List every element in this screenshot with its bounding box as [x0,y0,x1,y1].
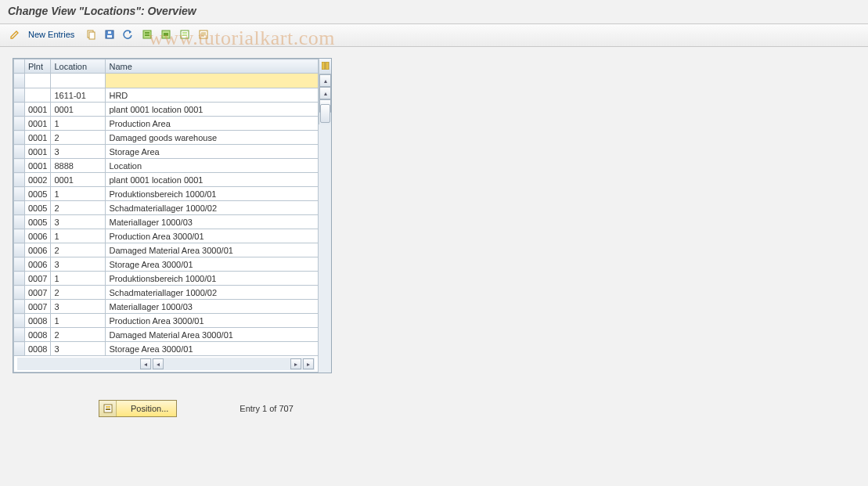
table-row[interactable]: 00062Damaged Material Area 3000/01 [14,243,319,257]
cell-location[interactable]: 3 [51,257,106,272]
cell-location[interactable]: 2 [51,201,106,215]
cell-location[interactable]: 2 [51,131,106,145]
table-row[interactable]: 00083Storage Area 3000/01 [14,342,319,356]
scroll-left-icon[interactable]: ◂ [153,358,164,369]
cell-location[interactable]: 1611-01 [51,88,106,103]
cell-location[interactable]: 8888 [51,159,106,173]
table-row[interactable]: 00073Materiallager 1000/03 [14,300,319,314]
cell-location[interactable]: 0001 [51,103,106,117]
column-header-name[interactable]: Name [106,59,319,74]
input-plnt[interactable] [25,74,51,88]
cell-name[interactable]: Production Area 3000/01 [106,314,319,328]
scroll-up-icon[interactable]: ▴ [319,74,331,87]
cell-plnt[interactable]: 0005 [25,215,51,229]
row-selector[interactable] [14,229,25,243]
scroll-thumb[interactable] [320,104,330,123]
table-row[interactable]: 00081Production Area 3000/01 [14,314,319,328]
table-row[interactable]: 00020001plant 0001 location 0001 [14,173,319,187]
cell-name[interactable]: Storage Area 3000/01 [106,342,319,356]
configure-columns-icon[interactable] [322,62,330,71]
change-icon[interactable] [8,27,22,41]
horizontal-scrollbar[interactable]: ◂ ◂ ▸ ▸ [17,358,315,370]
cell-name[interactable]: plant 0001 location 0001 [106,173,319,187]
cell-plnt[interactable]: 0002 [25,173,51,187]
row-selector[interactable] [14,272,25,286]
select-all-icon[interactable] [140,27,154,41]
cell-location[interactable]: 3 [51,342,106,356]
cell-plnt[interactable]: 0001 [25,145,51,159]
print-icon[interactable] [196,27,211,41]
row-selector[interactable] [14,117,25,131]
row-selector[interactable] [14,342,25,356]
cell-plnt[interactable]: 0008 [25,328,51,342]
cell-location[interactable]: 1 [51,229,106,243]
cell-name[interactable]: HRD [106,88,319,103]
row-selector[interactable] [14,88,25,103]
cell-plnt[interactable]: 0007 [25,286,51,300]
row-selector[interactable] [14,286,25,300]
cell-location[interactable]: 2 [51,328,106,342]
cell-plnt[interactable]: 0007 [25,300,51,314]
cell-name[interactable]: Produktionsbereich 1000/01 [106,187,319,201]
row-selector[interactable] [14,145,25,159]
cell-plnt[interactable] [25,88,51,103]
cell-name[interactable]: Damaged goods warehouse [106,131,319,145]
cell-plnt[interactable]: 0008 [25,314,51,328]
cell-name[interactable]: Storage Area 3000/01 [106,257,319,272]
row-selector[interactable] [14,300,25,314]
row-selector[interactable] [14,215,25,229]
table-row[interactable]: 00013Storage Area [14,145,319,159]
cell-plnt[interactable]: 0006 [25,243,51,257]
table-row[interactable]: 00051Produktionsbereich 1000/01 [14,187,319,201]
cell-location[interactable]: 1 [51,314,106,328]
cell-name[interactable]: Materiallager 1000/03 [106,215,319,229]
row-selector[interactable] [14,314,25,328]
cell-name[interactable]: Storage Area [106,145,319,159]
cell-plnt[interactable]: 0007 [25,272,51,286]
cell-plnt[interactable]: 0005 [25,187,51,201]
cell-name[interactable]: Schadmateriallager 1000/02 [106,286,319,300]
scroll-right-icon[interactable]: ▸ [290,358,301,369]
scroll-last-icon[interactable]: ▸ [303,358,314,369]
column-header-location[interactable]: Location [51,59,106,74]
cell-plnt[interactable]: 0005 [25,201,51,215]
row-selector[interactable] [14,201,25,215]
table-row[interactable]: 00010001plant 0001 location 0001 [14,103,319,117]
cell-plnt[interactable]: 0001 [25,159,51,173]
table-row[interactable]: 00053Materiallager 1000/03 [14,215,319,229]
scroll-show-up-icon[interactable]: ▴ [319,87,331,99]
cell-plnt[interactable]: 0001 [25,117,51,131]
cell-plnt[interactable]: 0008 [25,342,51,356]
cell-name[interactable]: plant 0001 location 0001 [106,103,319,117]
row-selector[interactable] [14,243,25,257]
cell-name[interactable]: Damaged Material Area 3000/01 [106,243,319,257]
cell-location[interactable]: 1 [51,117,106,131]
cell-plnt[interactable]: 0006 [25,257,51,272]
cell-name[interactable]: Damaged Material Area 3000/01 [106,328,319,342]
cell-location[interactable]: 0001 [51,173,106,187]
cell-name[interactable]: Production Area 3000/01 [106,229,319,243]
table-row[interactable]: 00018888Location [14,159,319,173]
undo-icon[interactable] [121,27,135,41]
cell-location[interactable]: 3 [51,300,106,314]
table-row[interactable]: 00072Schadmateriallager 1000/02 [14,286,319,300]
cell-name[interactable]: Produktionsbereich 1000/01 [106,272,319,286]
row-selector[interactable] [14,173,25,187]
cell-plnt[interactable]: 0001 [25,103,51,117]
row-selector[interactable] [14,159,25,173]
cell-name[interactable]: Location [106,159,319,173]
cell-location[interactable]: 2 [51,286,106,300]
table-row[interactable]: 00061Production Area 3000/01 [14,229,319,243]
input-name[interactable] [106,74,318,88]
select-block-icon[interactable] [159,27,173,41]
cell-name[interactable]: Materiallager 1000/03 [106,300,319,314]
cell-location[interactable]: 3 [51,145,106,159]
row-selector[interactable] [14,187,25,201]
cell-name[interactable]: Production Area [106,117,319,131]
table-row[interactable]: 00052Schadmateriallager 1000/02 [14,201,319,215]
row-selector[interactable] [14,131,25,145]
table-row[interactable]: 00063Storage Area 3000/01 [14,257,319,272]
row-selector[interactable] [14,328,25,342]
row-selector[interactable] [14,74,25,88]
copy-icon[interactable] [84,27,98,41]
